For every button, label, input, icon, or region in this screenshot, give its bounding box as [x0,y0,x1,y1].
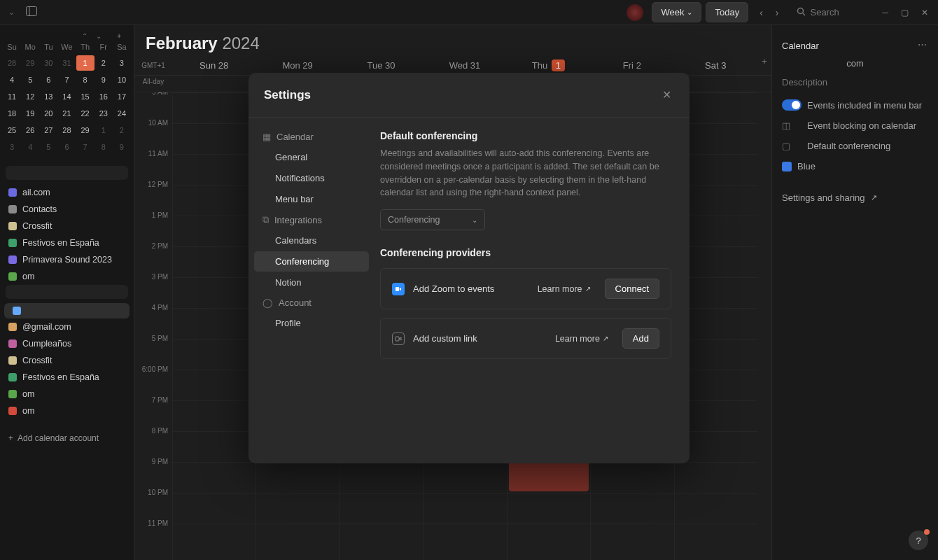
external-link-icon: ↗ [603,335,608,342]
external-link-icon: ↗ [585,285,591,293]
provider-label: Add custom link [413,333,547,344]
select-placeholder: Conferencing [388,215,440,225]
nav-item-conferencing[interactable]: Conferencing [254,251,369,272]
provider-card: Add custom linkLearn more ↗Add [380,318,671,359]
zoom-icon [392,283,405,295]
nav-item-profile[interactable]: Profile [254,313,369,333]
learn-more-link[interactable]: Learn more ↗ [555,334,608,344]
nav-section-label: Account [279,298,312,308]
conferencing-select[interactable]: Conferencing ⌄ [380,209,485,230]
nav-section-account: ◯Account [254,293,369,312]
close-icon[interactable]: ✕ [659,85,674,104]
settings-title: Settings [264,88,311,102]
nav-section-label: Calendar [276,132,314,142]
chevron-down-icon: ⌄ [472,216,477,224]
nav-item-calendars[interactable]: Calendars [254,230,369,251]
section-title: Default conferencing [380,130,671,141]
integrations-icon: ⧉ [262,214,269,225]
nav-item-menu-bar[interactable]: Menu bar [254,189,369,209]
help-button[interactable]: ? [909,531,928,550]
notification-badge [924,529,930,535]
connect-button[interactable]: Connect [605,279,659,299]
settings-modal: Settings ✕ ▦CalendarGeneralNotifications… [248,73,690,463]
learn-more-link[interactable]: Learn more ↗ [538,284,591,294]
providers-title: Conferencing providers [380,247,671,258]
add-button[interactable]: Add [622,328,659,349]
provider-card: Add Zoom to eventsLearn more ↗Connect [380,268,671,309]
settings-modal-backdrop: Settings ✕ ▦CalendarGeneralNotifications… [0,0,938,560]
nav-item-general[interactable]: General [254,147,369,167]
settings-nav: ▦CalendarGeneralNotificationsMenu bar⧉In… [248,118,374,463]
nav-item-notifications[interactable]: Notifications [254,168,369,188]
account-icon: ◯ [262,298,273,308]
provider-label: Add Zoom to events [413,284,529,294]
nav-section-label: Integrations [274,215,322,225]
settings-content: Default conferencing Meetings and availa… [374,118,690,463]
section-description: Meetings and availabilities will auto-ad… [380,147,671,200]
svg-rect-4 [396,287,399,291]
nav-item-notion[interactable]: Notion [254,272,369,293]
calendar-icon: ▦ [262,132,271,142]
nav-section-calendar: ▦Calendar [254,127,369,146]
link-icon [392,332,405,345]
nav-section-integrations: ⧉Integrations [254,210,369,230]
